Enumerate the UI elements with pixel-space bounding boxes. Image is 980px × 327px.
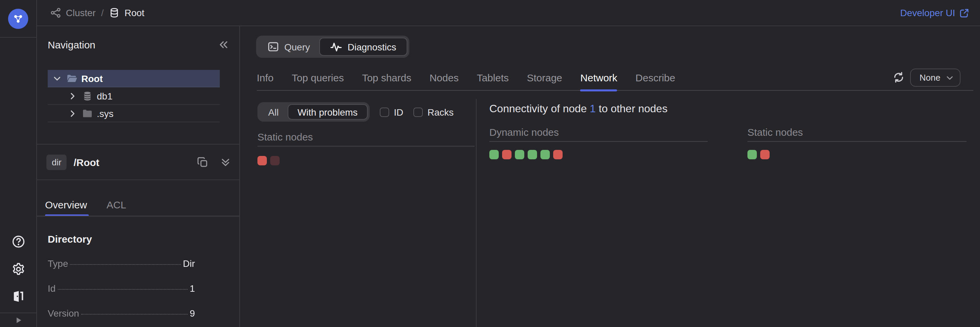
- developer-ui-link[interactable]: Developer UI: [900, 7, 969, 18]
- main-content: Query Diagnostics Info Top queries Top s…: [256, 26, 980, 327]
- tree-item-sys[interactable]: .sys: [48, 105, 220, 122]
- info-row-type: Type Dir: [48, 258, 195, 283]
- nodes-filter-row: All With problems ID Racks: [258, 102, 454, 122]
- breadcrumb-label: Cluster: [66, 7, 96, 18]
- checkbox-box[interactable]: [380, 107, 389, 117]
- refresh-button[interactable]: [892, 71, 905, 84]
- connectivity-suffix: to other nodes: [596, 103, 668, 114]
- static-nodes-grid: [748, 150, 967, 159]
- autorefresh-select[interactable]: None: [910, 68, 961, 87]
- rail-expand-toggle[interactable]: [0, 313, 36, 327]
- tab-top-queries[interactable]: Top queries: [292, 67, 344, 90]
- chevron-down-icon[interactable]: [52, 73, 62, 84]
- dynamic-nodes-panel-header: Dynamic nodes: [489, 126, 708, 142]
- dotted-leader: [57, 289, 188, 290]
- divider: [37, 216, 239, 216]
- chevron-right-icon[interactable]: [67, 108, 78, 119]
- node-status-square[interactable]: [528, 150, 537, 159]
- divider: [37, 179, 239, 180]
- help-button[interactable]: [10, 233, 26, 249]
- tree-item-label: Root: [81, 73, 103, 84]
- node-status-square[interactable]: [502, 150, 512, 159]
- divider: [37, 144, 239, 144]
- tab-describe[interactable]: Describe: [636, 67, 675, 90]
- connectivity-prefix: Connectivity of node: [489, 103, 590, 114]
- terminal-icon: [267, 41, 279, 52]
- dynamic-nodes-panel: Dynamic nodes: [489, 126, 708, 159]
- tree-item-label: .sys: [97, 108, 114, 119]
- entity-actions: [196, 156, 231, 168]
- checkbox-label: ID: [394, 106, 403, 117]
- entity-type-badge: dir: [46, 154, 67, 170]
- tree-item-root[interactable]: Root: [48, 70, 220, 87]
- database-icon: [109, 7, 120, 18]
- collapse-panel-button[interactable]: [216, 38, 230, 51]
- node-status-square[interactable]: [258, 156, 267, 165]
- info-label: Type: [48, 258, 68, 269]
- node-status-square[interactable]: [760, 150, 770, 159]
- external-link-icon: [959, 8, 969, 18]
- node-status-square[interactable]: [270, 156, 280, 165]
- ydb-logo-icon: [12, 13, 24, 25]
- breadcrumb-root[interactable]: Root: [109, 7, 145, 18]
- entity-path: /Root: [73, 156, 99, 168]
- breadcrumb-separator: /: [101, 7, 104, 18]
- navigation-tree: Root db1: [48, 70, 220, 122]
- ydb-logo[interactable]: [8, 8, 28, 29]
- logout-button[interactable]: [10, 288, 26, 305]
- rail-bottom-icons: [0, 233, 36, 305]
- pulse-icon: [330, 41, 342, 53]
- node-status-square[interactable]: [748, 150, 757, 159]
- node-status-square[interactable]: [553, 150, 563, 159]
- info-row-id: Id 1: [48, 283, 195, 308]
- static-nodes-panel-header: Static nodes: [258, 131, 474, 146]
- view-switch-diagnostics[interactable]: Diagnostics: [319, 38, 407, 56]
- dotted-leader: [81, 314, 188, 314]
- static-nodes-grid: [258, 156, 280, 165]
- filter-with-problems[interactable]: With problems: [287, 104, 368, 120]
- navigation-header: Navigation: [48, 38, 230, 51]
- tree-item-db1[interactable]: db1: [48, 87, 220, 105]
- directory-section-title: Directory: [48, 233, 92, 244]
- tree-item-label: db1: [97, 90, 113, 101]
- tab-info[interactable]: Info: [257, 67, 274, 90]
- connectivity-panels: Dynamic nodes Static nodes: [489, 126, 967, 159]
- checkbox-id[interactable]: ID: [380, 106, 403, 117]
- copy-button[interactable]: [196, 156, 208, 168]
- tab-tablets[interactable]: Tablets: [477, 67, 509, 90]
- info-label: Version: [48, 308, 79, 319]
- info-value: Dir: [183, 258, 195, 269]
- filter-all[interactable]: All: [259, 104, 287, 120]
- panel-title: Dynamic nodes: [489, 126, 559, 138]
- breadcrumb-cluster[interactable]: Cluster: [51, 7, 96, 18]
- breadcrumb-label: Root: [125, 7, 145, 18]
- expand-details-button[interactable]: [219, 156, 231, 168]
- play-icon: [14, 316, 22, 325]
- refresh-icon: [892, 71, 905, 83]
- tab-nodes[interactable]: Nodes: [430, 67, 459, 90]
- entity-header: dir /Root: [46, 152, 231, 172]
- static-nodes-panel-right: Static nodes: [748, 126, 967, 159]
- node-id-link[interactable]: 1: [590, 103, 596, 114]
- rail-logo-area: [0, 0, 36, 38]
- tab-network[interactable]: Network: [581, 67, 617, 90]
- settings-button[interactable]: [10, 261, 26, 277]
- tab-overview[interactable]: Overview: [45, 190, 87, 216]
- double-chevron-down-icon: [220, 156, 231, 168]
- node-status-square[interactable]: [541, 150, 550, 159]
- node-status-square[interactable]: [489, 150, 499, 159]
- exit-door-icon: [11, 290, 25, 303]
- checkbox-label: Racks: [428, 106, 454, 117]
- navigation-panel: Navigation R: [37, 26, 240, 327]
- tab-storage[interactable]: Storage: [527, 67, 562, 90]
- autorefresh-value: None: [920, 73, 940, 83]
- problem-filter: All With problems: [258, 102, 370, 122]
- developer-ui-label: Developer UI: [900, 7, 955, 18]
- checkbox-box[interactable]: [414, 107, 423, 117]
- tab-top-shards[interactable]: Top shards: [362, 67, 411, 90]
- checkbox-racks[interactable]: Racks: [414, 106, 454, 117]
- node-status-square[interactable]: [515, 150, 524, 159]
- view-switch-query[interactable]: Query: [258, 38, 319, 56]
- tab-acl[interactable]: ACL: [107, 190, 126, 216]
- chevron-right-icon[interactable]: [67, 90, 78, 101]
